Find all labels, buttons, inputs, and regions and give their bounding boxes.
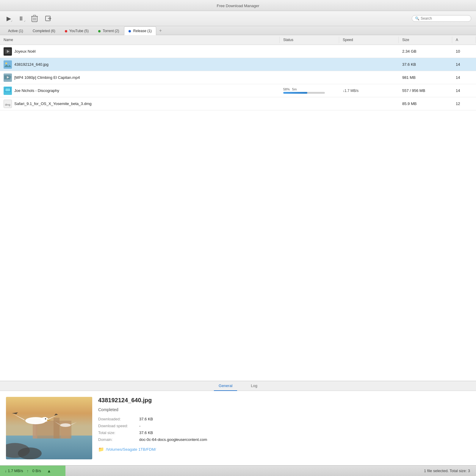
upload-speed-indicator: 0 B/s bbox=[32, 469, 41, 473]
row-added-cell: 10 bbox=[452, 47, 476, 55]
row-added-cell: 14 bbox=[452, 87, 476, 95]
downloaded-label: Downloaded: bbox=[98, 417, 137, 421]
detail-speed-row: Download speed: - bbox=[98, 424, 470, 428]
svg-text:dmg: dmg bbox=[5, 103, 10, 106]
trash-icon bbox=[31, 15, 38, 22]
detail-downloaded-row: Downloaded: 37.6 KB bbox=[98, 417, 470, 421]
table-row[interactable]: dmg Safari_9.1_for_OS_X_Yosemite_beta_3.… bbox=[0, 97, 476, 110]
tabs-bar: Active (1) Completed (6) YouTube (5) Tor… bbox=[0, 26, 476, 35]
svg-point-40 bbox=[60, 423, 71, 427]
svg-rect-11 bbox=[4, 60, 12, 69]
file-icon-dmg: dmg bbox=[4, 100, 12, 108]
svg-point-31 bbox=[18, 447, 42, 459]
filename: Joe Nichols - Discography bbox=[14, 88, 59, 93]
filename: Safari_9.1_for_OS_X_Yosemite_beta_3.dmg bbox=[14, 101, 92, 106]
total-size-value: 37.6 KB bbox=[139, 430, 153, 435]
row-size-cell: 37.6 KB bbox=[399, 60, 452, 68]
title-bar: Free Download Manager bbox=[0, 0, 476, 11]
file-icon-image bbox=[4, 60, 12, 69]
row-size-cell: 557 / 956 MB bbox=[399, 87, 452, 95]
detail-tab-log[interactable]: Log bbox=[246, 381, 262, 391]
row-name-cell: dmg Safari_9.1_for_OS_X_Yosemite_beta_3.… bbox=[0, 98, 280, 110]
svg-point-12 bbox=[5, 62, 7, 64]
progress-bar-fill bbox=[283, 92, 307, 94]
download-speed-value: - bbox=[139, 424, 140, 428]
detail-status: Completed bbox=[98, 407, 470, 412]
delete-button[interactable] bbox=[29, 13, 40, 24]
row-name-cell: 438192124_640.jpg bbox=[0, 59, 280, 71]
detail-content: 438192124_640.jpg Completed Downloaded: … bbox=[0, 391, 476, 465]
folder-icon: 📁 bbox=[98, 447, 104, 452]
detail-size-row: Total size: 37.6 KB bbox=[98, 430, 470, 435]
col-header-name: Name bbox=[0, 37, 280, 43]
toolbar: ▶ ✓ ⏸ ✓ 🔍 bbox=[0, 11, 476, 26]
row-speed-cell: ↓1.7 MB/s bbox=[339, 87, 399, 95]
svg-rect-28 bbox=[54, 418, 60, 439]
filename: Joyeux Noël bbox=[14, 49, 36, 54]
svg-rect-27 bbox=[33, 424, 37, 439]
detail-path[interactable]: 📁 /Volumes/Seagate 1TB/FDM/ bbox=[98, 447, 470, 452]
tab-active[interactable]: Active (1) bbox=[4, 26, 28, 35]
row-name-cell: Joyeux Noël bbox=[0, 46, 280, 57]
table-row[interactable]: [MP4 1080p] Climbing El Capitan.mp4 981 … bbox=[0, 71, 476, 84]
tab-youtube[interactable]: YouTube (5) bbox=[60, 26, 93, 35]
table-row[interactable]: Joe Nichols - Discography 58% 5m ↓1.7 MB… bbox=[0, 84, 476, 97]
tab-torrent[interactable]: Torrent (2) bbox=[94, 26, 123, 35]
row-name-cell: [MP4 1080p] Climbing El Capitan.mp4 bbox=[0, 72, 280, 84]
row-added-cell: 14 bbox=[452, 60, 476, 68]
tab-release[interactable]: Release (1) bbox=[124, 26, 156, 35]
row-status-cell bbox=[280, 50, 339, 53]
pause-button[interactable]: ⏸ ✓ bbox=[16, 14, 26, 23]
detail-domain-row: Domain: doc-0c-64-docs.googleusercontent… bbox=[98, 437, 470, 442]
status-bar: ↓ 1.7 MB/s ↑ 0 B/s ▲ 1 file selected. To… bbox=[0, 465, 476, 476]
download-speed-label: Download speed: bbox=[98, 424, 137, 428]
col-header-speed: Speed bbox=[339, 37, 399, 43]
torrent-dot bbox=[98, 30, 101, 32]
row-name-cell: Joe Nichols - Discography bbox=[0, 85, 280, 97]
file-icon-movie bbox=[4, 47, 12, 56]
downloaded-value: 37.6 KB bbox=[139, 417, 153, 421]
search-input[interactable] bbox=[421, 16, 468, 21]
move-button[interactable] bbox=[43, 14, 54, 23]
table-row[interactable]: 438192124_640.jpg 37.6 KB 14 bbox=[0, 58, 476, 71]
domain-value: doc-0c-64-docs.googleusercontent.com bbox=[139, 437, 207, 442]
row-status-cell bbox=[280, 63, 339, 66]
row-size-cell: 85.9 MB bbox=[399, 100, 452, 108]
chevron-up-icon[interactable]: ▲ bbox=[47, 469, 51, 473]
play-button[interactable]: ▶ ✓ bbox=[5, 14, 13, 23]
detail-thumbnail bbox=[6, 397, 92, 459]
table-row[interactable]: Joyeux Noël 2.34 GB 10 bbox=[0, 45, 476, 58]
youtube-dot bbox=[65, 30, 67, 32]
row-speed-cell bbox=[339, 76, 399, 79]
progress-percent: 58% bbox=[283, 87, 290, 91]
window-title: Free Download Manager bbox=[217, 4, 259, 8]
col-header-size: Size bbox=[399, 37, 452, 43]
main-window: Free Download Manager ▶ ✓ ⏸ ✓ bbox=[0, 0, 476, 476]
row-status-cell bbox=[280, 76, 339, 79]
progress-time: 5m bbox=[292, 87, 297, 91]
tab-add-button[interactable]: + bbox=[157, 26, 164, 35]
row-speed-cell bbox=[339, 63, 399, 66]
file-icon-torrent bbox=[4, 87, 12, 95]
filename: 438192124_640.jpg bbox=[14, 62, 48, 67]
detail-info: 438192124_640.jpg Completed Downloaded: … bbox=[98, 397, 470, 459]
table-header: Name Status Speed Size A bbox=[0, 35, 476, 45]
progress-container: 58% 5m bbox=[283, 87, 336, 94]
status-text: 1 file selected. Total size: 3 bbox=[65, 466, 476, 476]
row-speed-cell bbox=[339, 50, 399, 53]
release-dot bbox=[129, 30, 131, 32]
row-status-cell: 58% 5m bbox=[280, 86, 339, 95]
row-size-cell: 981 MB bbox=[399, 73, 452, 82]
status-speed: ↓ 1.7 MB/s ↑ 0 B/s ▲ bbox=[0, 466, 65, 476]
detail-path-text: /Volumes/Seagate 1TB/FDM/ bbox=[106, 447, 156, 452]
detail-tabs: General Log bbox=[0, 381, 476, 391]
detail-filename: 438192124_640.jpg bbox=[98, 397, 470, 404]
row-size-cell: 2.34 GB bbox=[399, 47, 452, 55]
tab-completed[interactable]: Completed (6) bbox=[28, 26, 60, 35]
upload-arrow: ↑ bbox=[26, 469, 29, 473]
col-header-status: Status bbox=[280, 37, 339, 43]
detail-tab-general[interactable]: General bbox=[214, 381, 237, 391]
download-speed-indicator: ↓ 1.7 MB/s bbox=[5, 469, 23, 473]
svg-point-37 bbox=[41, 417, 48, 422]
domain-label: Domain: bbox=[98, 437, 137, 442]
